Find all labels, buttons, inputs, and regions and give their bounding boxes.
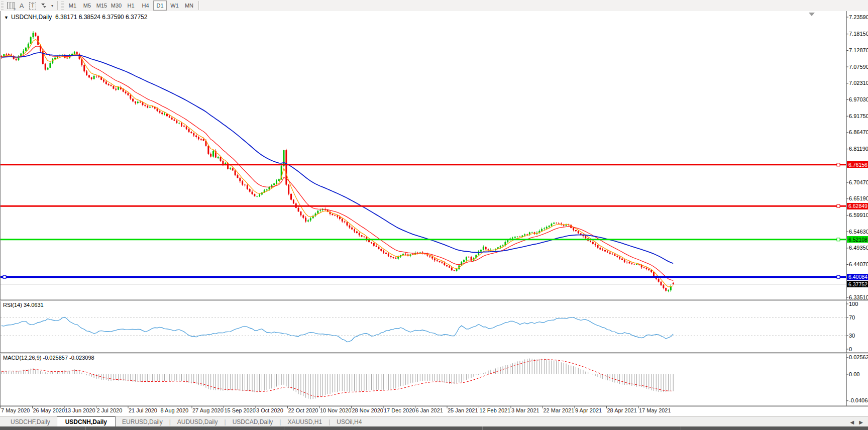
price-tick-label: 7.07590 bbox=[849, 64, 868, 70]
macd-tick-label: 0.025623 bbox=[849, 354, 868, 360]
rsi-tick-label: 70 bbox=[849, 314, 855, 320]
date-axis-label: 3 Oct 2020 bbox=[256, 407, 283, 413]
price-tick-label: 7.02310 bbox=[849, 80, 868, 86]
date-axis-label: 28 Apr 2021 bbox=[607, 407, 637, 413]
date-axis-label: 21 Jul 2020 bbox=[129, 407, 157, 413]
chart-tab-USDCAD[interactable]: USDCAD,Daily bbox=[226, 417, 280, 427]
chart-tab-EURUSD[interactable]: EURUSD,Daily bbox=[116, 417, 169, 427]
price-tick-label: 6.91750 bbox=[849, 113, 868, 119]
hline-price-tag-6.76156[interactable]: 6.76156 bbox=[847, 161, 868, 168]
date-axis-label: 6 Jan 2021 bbox=[416, 407, 443, 413]
price-tick-label: 6.81190 bbox=[849, 146, 868, 152]
rsi-indicator-label: RSI(14) 34.0631 bbox=[3, 302, 44, 308]
taskbar-edge-strip bbox=[0, 426, 868, 430]
chart-tab-USOil[interactable]: USOil,H4 bbox=[330, 417, 368, 427]
rsi-tick-label: 100 bbox=[849, 301, 858, 307]
mt4-window: F A T ▾ M1M5M15M30H1H4D1W1MN ▼USDCNH,Dai… bbox=[0, 0, 868, 430]
date-axis-label: 7 May 2020 bbox=[1, 407, 30, 413]
date-axis-label: 3 Mar 2021 bbox=[511, 407, 539, 413]
price-tick-label: 7.12870 bbox=[849, 47, 868, 53]
date-axis-label: 10 Nov 2020 bbox=[320, 407, 351, 413]
date-axis-label: 17 Dec 2020 bbox=[384, 407, 415, 413]
rsi-tick-label: 0 bbox=[849, 346, 852, 352]
date-axis-label: 15 Sep 2020 bbox=[225, 407, 256, 413]
price-tick-label: 6.33510 bbox=[849, 294, 868, 300]
macd-indicator-label: MACD(12,26,9) -0.025857 -0.023098 bbox=[3, 355, 94, 361]
chart-tab-XAUUSD[interactable]: XAUUSD,H1 bbox=[281, 417, 329, 427]
tabs-scroll-left-icon[interactable]: ◀ bbox=[850, 419, 854, 425]
price-tick-label: 6.70470 bbox=[849, 179, 868, 185]
chart-tab-bar: USDCHF,DailyUSDCNH,DailyEURUSD,Daily|AUD… bbox=[0, 416, 868, 427]
chart-tab-USDCHF[interactable]: USDCHF,Daily bbox=[4, 417, 57, 427]
date-axis-label: 22 Oct 2020 bbox=[288, 407, 318, 413]
price-tick-label: 6.86470 bbox=[849, 129, 868, 135]
date-axis-label: 22 Mar 2021 bbox=[544, 407, 575, 413]
date-axis-label: 28 Nov 2020 bbox=[352, 407, 383, 413]
chart-tab-USDCNH[interactable]: USDCNH,Daily bbox=[57, 416, 116, 427]
collapse-triangle-icon[interactable]: ▼ bbox=[4, 15, 9, 20]
price-tick-label: 6.44070 bbox=[849, 261, 868, 267]
symbol-period-label: USDCNH,Daily bbox=[11, 14, 52, 21]
price-tick-label: 6.49350 bbox=[849, 245, 868, 251]
date-axis-label: 9 Apr 2021 bbox=[575, 407, 602, 413]
price-tick-label: 7.23590 bbox=[849, 14, 868, 20]
date-axis-label: 25 Jan 2021 bbox=[448, 407, 478, 413]
macd-tick-label: -0.040687 bbox=[849, 397, 868, 403]
hline-price-tag-6.62849[interactable]: 6.62849 bbox=[847, 203, 868, 209]
chart-title: ▼USDCNH,Daily 6.38171 6.38524 6.37590 6.… bbox=[4, 14, 147, 21]
date-axis-label: 17 May 2021 bbox=[639, 407, 671, 413]
hline-price-tag-6.40084[interactable]: 6.40084 bbox=[847, 274, 868, 280]
chart-canvas bbox=[0, 0, 868, 430]
date-axis-label: 8 Aug 2020 bbox=[161, 407, 189, 413]
price-tick-label: 7.18150 bbox=[849, 31, 868, 37]
macd-tick-label: 0.00 bbox=[849, 371, 859, 377]
price-tick-label: 6.54630 bbox=[849, 229, 868, 235]
hline-price-tag-6.52108[interactable]: 6.52108 bbox=[847, 236, 868, 243]
ohlc-values: 6.38171 6.38524 6.37590 6.37752 bbox=[55, 14, 148, 21]
date-axis-label: 13 Jun 2020 bbox=[65, 407, 95, 413]
date-axis-label: 26 May 2020 bbox=[33, 407, 65, 413]
date-axis-label: 2 Jul 2020 bbox=[97, 407, 123, 413]
tabs-scroll-right-icon[interactable]: ▶ bbox=[859, 419, 863, 425]
date-axis-label: 12 Feb 2021 bbox=[480, 407, 511, 413]
rsi-tick-label: 30 bbox=[849, 333, 855, 339]
date-axis-label: 27 Aug 2020 bbox=[192, 407, 224, 413]
price-tick-label: 6.97030 bbox=[849, 96, 868, 102]
price-tick-label: 6.65190 bbox=[849, 195, 868, 201]
current-price-tag: 6.37752 bbox=[847, 281, 868, 287]
chart-tab-AUDUSD[interactable]: AUDUSD,Daily bbox=[171, 417, 225, 427]
price-tick-label: 6.59910 bbox=[849, 212, 868, 218]
